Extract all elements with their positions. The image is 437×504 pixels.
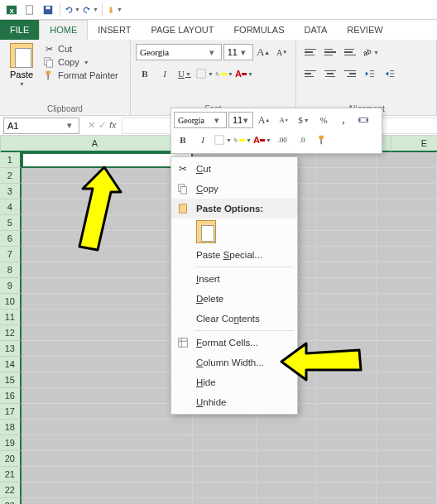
cell[interactable] bbox=[316, 498, 377, 504]
cell[interactable] bbox=[22, 388, 193, 404]
mini-increase-decimal-icon[interactable]: .00 bbox=[273, 131, 291, 149]
cell[interactable] bbox=[316, 435, 377, 451]
cell[interactable] bbox=[22, 310, 193, 325]
cell[interactable] bbox=[377, 168, 437, 184]
mini-increase-font-icon[interactable]: A▲ bbox=[255, 111, 273, 129]
name-box[interactable]: A1▾ bbox=[3, 118, 79, 134]
align-top-icon[interactable] bbox=[301, 43, 319, 61]
mini-decrease-decimal-icon[interactable]: .0 bbox=[293, 131, 311, 149]
cell[interactable] bbox=[22, 294, 193, 310]
cell[interactable] bbox=[377, 341, 437, 357]
mini-font-combo[interactable]: Georgia▾ bbox=[174, 112, 227, 128]
mini-accounting-icon[interactable]: $▼ bbox=[295, 111, 313, 129]
ctx-insert[interactable]: Insert bbox=[171, 269, 297, 289]
cell[interactable] bbox=[257, 451, 317, 467]
align-center-icon[interactable] bbox=[321, 65, 339, 83]
cell[interactable] bbox=[193, 451, 256, 467]
decrease-font-icon[interactable]: A▼ bbox=[273, 43, 291, 61]
increase-font-icon[interactable]: A▲ bbox=[255, 43, 272, 61]
ctx-paste-special[interactable]: Paste Special... bbox=[171, 245, 297, 265]
cell[interactable] bbox=[22, 498, 193, 504]
tab-file[interactable]: FILE bbox=[0, 20, 39, 40]
cell[interactable] bbox=[377, 325, 437, 341]
cell[interactable] bbox=[193, 467, 256, 482]
save-icon[interactable] bbox=[40, 2, 56, 18]
mini-borders-button[interactable]: ▼ bbox=[214, 131, 232, 149]
row-header[interactable]: 17 bbox=[0, 404, 22, 420]
ctx-delete[interactable]: Delete bbox=[171, 289, 297, 309]
cell[interactable] bbox=[257, 435, 317, 451]
row-header[interactable]: 20 bbox=[0, 451, 22, 467]
row-header[interactable]: 9 bbox=[0, 278, 22, 294]
ctx-cut[interactable]: ✂Cut bbox=[171, 159, 297, 179]
cell[interactable] bbox=[257, 420, 317, 435]
cell[interactable] bbox=[377, 310, 437, 325]
touch-mode-icon[interactable]: ▼ bbox=[106, 2, 122, 18]
row-header[interactable]: 14 bbox=[0, 357, 22, 372]
cell[interactable] bbox=[377, 247, 437, 262]
cell[interactable] bbox=[316, 451, 377, 467]
cell[interactable] bbox=[377, 262, 437, 278]
row-header[interactable]: 4 bbox=[0, 199, 22, 215]
font-color-button[interactable]: A▼ bbox=[235, 65, 253, 83]
cell[interactable] bbox=[316, 199, 377, 215]
cell[interactable] bbox=[316, 262, 377, 278]
font-size-combo[interactable]: 11▾ bbox=[223, 44, 253, 60]
row-header[interactable]: 18 bbox=[0, 420, 22, 435]
italic-button[interactable]: I bbox=[156, 65, 174, 83]
ctx-copy[interactable]: Copy bbox=[171, 179, 297, 199]
row-header[interactable]: 16 bbox=[0, 388, 22, 404]
orientation-icon[interactable]: ab▼ bbox=[361, 43, 379, 61]
row-header[interactable]: 12 bbox=[0, 325, 22, 341]
cell[interactable] bbox=[377, 482, 437, 498]
cell[interactable] bbox=[377, 199, 437, 215]
tab-insert[interactable]: INSERT bbox=[88, 20, 141, 40]
align-middle-icon[interactable] bbox=[321, 43, 339, 61]
mini-font-color-button[interactable]: A▼ bbox=[253, 131, 271, 149]
row-header[interactable]: 23 bbox=[0, 498, 22, 504]
cell[interactable] bbox=[316, 482, 377, 498]
font-name-combo[interactable]: Georgia▾ bbox=[136, 44, 222, 60]
mini-bold-button[interactable]: B bbox=[174, 131, 192, 149]
align-bottom-icon[interactable] bbox=[341, 43, 359, 61]
cell[interactable] bbox=[316, 247, 377, 262]
cell[interactable] bbox=[22, 420, 193, 435]
ctx-unhide[interactable]: Unhide bbox=[171, 392, 297, 412]
cell[interactable] bbox=[377, 152, 437, 168]
cell[interactable] bbox=[316, 184, 377, 199]
mini-italic-button[interactable]: I bbox=[194, 131, 212, 149]
bold-button[interactable]: B bbox=[136, 65, 154, 83]
excel-icon[interactable]: X bbox=[3, 2, 20, 18]
column-header-a[interactable]: A bbox=[1, 136, 190, 152]
mini-percent-icon[interactable]: % bbox=[315, 111, 333, 129]
tab-data[interactable]: DATA bbox=[295, 20, 338, 40]
cell[interactable] bbox=[193, 435, 256, 451]
format-painter-button[interactable]: Format Painter bbox=[43, 70, 118, 81]
cell[interactable] bbox=[22, 357, 193, 372]
cell[interactable] bbox=[193, 420, 256, 435]
cell[interactable] bbox=[257, 467, 317, 482]
fx-icon[interactable]: fx bbox=[109, 120, 117, 131]
row-header[interactable]: 8 bbox=[0, 262, 22, 278]
cell[interactable] bbox=[22, 372, 193, 388]
cell[interactable] bbox=[377, 388, 437, 404]
tab-formulas[interactable]: FORMULAS bbox=[223, 20, 294, 40]
row-header[interactable]: 3 bbox=[0, 184, 22, 199]
redo-icon[interactable]: ▼ bbox=[82, 2, 98, 18]
cell[interactable] bbox=[316, 467, 377, 482]
cut-button[interactable]: ✂Cut bbox=[43, 43, 118, 55]
row-header[interactable]: 6 bbox=[0, 231, 22, 247]
cell[interactable] bbox=[377, 357, 437, 372]
cell[interactable] bbox=[316, 420, 377, 435]
mini-fill-button[interactable]: ▼ bbox=[233, 131, 252, 149]
cell[interactable] bbox=[377, 404, 437, 420]
cell[interactable] bbox=[22, 482, 193, 498]
cell[interactable] bbox=[22, 451, 193, 467]
cell[interactable] bbox=[257, 498, 317, 504]
cell[interactable] bbox=[316, 152, 377, 168]
cell[interactable] bbox=[316, 231, 377, 247]
mini-comma-icon[interactable]: , bbox=[334, 111, 353, 129]
cell[interactable] bbox=[257, 482, 317, 498]
row-header[interactable]: 19 bbox=[0, 435, 22, 451]
tab-page-layout[interactable]: PAGE LAYOUT bbox=[141, 20, 223, 40]
